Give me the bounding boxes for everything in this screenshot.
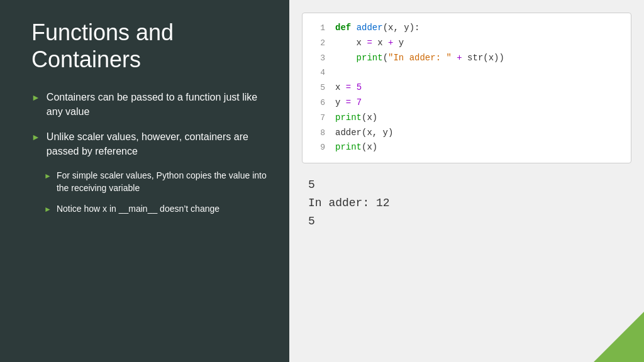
sub-bullet-item-2: ► Notice how x in __main__ doesn’t chang… <box>44 203 267 216</box>
code-text-3: print("In adder: " + str(x)) <box>335 51 504 66</box>
code-line-4: 4 <box>313 65 621 80</box>
sub-bullet-arrow-2: ► <box>44 204 52 215</box>
code-line-9: 9 print(x) <box>313 140 621 155</box>
code-line-2: 2 x = x + y <box>313 36 621 51</box>
bullet-item-2: ► Unlike scaler values, however, contain… <box>31 130 267 216</box>
line-num-7: 7 <box>313 111 325 125</box>
output-line-3: 5 <box>308 212 631 231</box>
code-text-4 <box>335 65 340 80</box>
bullet-text-1: Containers can be passed to a function j… <box>47 90 267 119</box>
code-text-8: adder(x, y) <box>335 126 393 141</box>
code-line-1: 1 def adder(x, y): <box>313 21 621 36</box>
sub-bullet-item-1: ► For simple scaler values, Python copie… <box>44 170 267 194</box>
code-line-5: 5 x = 5 <box>313 80 621 96</box>
line-num-1: 1 <box>313 21 325 35</box>
line-num-9: 9 <box>313 141 325 155</box>
line-num-4: 4 <box>313 66 325 80</box>
line-num-8: 8 <box>313 126 325 140</box>
output-line-2: In adder: 12 <box>308 194 631 212</box>
line-num-3: 3 <box>313 52 325 65</box>
code-line-6: 6 y = 7 <box>313 96 621 111</box>
bullet-arrow-1: ► <box>31 92 40 104</box>
code-text-6: y = 7 <box>335 96 362 111</box>
bullet-text-2: Unlike scaler values, however, container… <box>47 130 267 158</box>
bullet-item-1: ► Containers can be passed to a function… <box>31 90 267 119</box>
slide-title: Functions and Containers <box>31 19 267 73</box>
line-num-5: 5 <box>313 81 325 95</box>
sub-bullet-text-2: Notice how x in __main__ doesn’t change <box>57 203 219 216</box>
sub-bullet-list: ► For simple scaler values, Python copie… <box>44 170 267 216</box>
bullet-arrow-2: ► <box>31 131 40 144</box>
title-line1: Functions and <box>31 19 174 45</box>
sub-bullet-text-1: For simple scaler values, Python copies … <box>57 170 267 194</box>
code-text-1: def adder(x, y): <box>335 21 419 36</box>
bullet-item-2-main: ► Unlike scaler values, however, contain… <box>31 130 267 158</box>
code-text-5: x = 5 <box>335 80 362 96</box>
output-line-1: 5 <box>308 176 631 194</box>
right-panel: 1 def adder(x, y): 2 x = x + y 3 print("… <box>289 0 644 362</box>
line-num-6: 6 <box>313 96 325 110</box>
line-num-2: 2 <box>313 36 325 50</box>
code-line-8: 8 adder(x, y) <box>313 126 621 141</box>
code-text-7: print(x) <box>335 111 377 126</box>
output-block: 5 In adder: 12 5 <box>302 176 631 230</box>
sub-bullet-arrow-1: ► <box>44 171 52 182</box>
code-text-2: x = x + y <box>335 36 404 51</box>
code-line-7: 7 print(x) <box>313 111 621 126</box>
code-block: 1 def adder(x, y): 2 x = x + y 3 print("… <box>302 13 631 163</box>
bullet-list: ► Containers can be passed to a function… <box>31 90 267 224</box>
title-line2: Containers <box>31 47 141 72</box>
decoration-triangle <box>594 312 644 362</box>
code-text-9: print(x) <box>335 140 377 155</box>
left-panel: Functions and Containers ► Containers ca… <box>0 0 289 362</box>
code-line-3: 3 print("In adder: " + str(x)) <box>313 51 621 66</box>
